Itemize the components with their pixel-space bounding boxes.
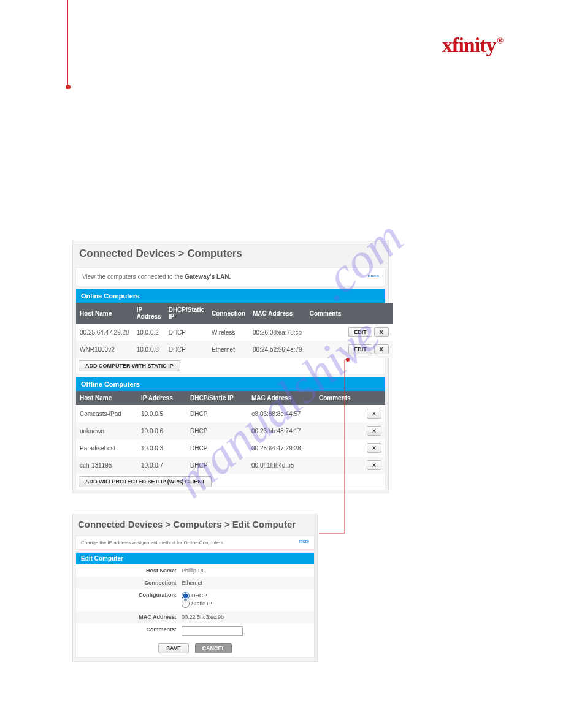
save-button[interactable]: SAVE xyxy=(158,643,189,653)
table-row: ParadiseLost 10.0.0.3 DHCP 00:25:64:47:2… xyxy=(76,439,385,457)
cell-ip: 10.0.0.6 xyxy=(137,422,186,439)
form-row-host: Host Name: Phillip-PC xyxy=(76,564,314,577)
radio-static-label[interactable]: Static IP xyxy=(182,601,212,607)
cell-ip: 10.0.0.5 xyxy=(137,405,186,422)
cell-comments xyxy=(315,422,354,439)
cell-mac: 00:0f:1f:ff:4d:b5 xyxy=(248,457,315,474)
cell-ip: 10.0.0.7 xyxy=(137,457,186,474)
col-ip: IP Address xyxy=(137,391,186,405)
connected-devices-panel: Connected Devices > Computers View the c… xyxy=(72,241,389,493)
cell-dhcp: DHCP xyxy=(186,439,248,457)
cell-host: unknown xyxy=(76,422,137,439)
panel2-more-link[interactable]: more xyxy=(299,539,309,544)
table-row: WNR1000v2 10.0.0.8 DHCP Ethernet 00:24:b… xyxy=(76,341,393,358)
col-dhcp: DHCP/Static IP xyxy=(186,391,248,405)
cell-ip: 10.0.0.3 xyxy=(137,439,186,457)
add-wps-client-button[interactable]: ADD WIFI PROTECTED SETUP (WPS) CLIENT xyxy=(79,476,212,487)
edit-button[interactable]: EDIT xyxy=(348,344,372,354)
conn-value: Ethernet xyxy=(180,580,314,586)
panel2-title: Connected Devices > Computers > Edit Com… xyxy=(73,514,317,536)
cell-host: ParadiseLost xyxy=(76,439,137,457)
config-label: Configuration: xyxy=(76,592,180,608)
delete-button[interactable]: X xyxy=(367,426,381,436)
cell-mac: 00:26:08:ea:78:cb xyxy=(249,324,306,341)
form-row-config: Configuration: DHCP Static IP xyxy=(76,589,314,611)
cell-dhcp: DHCP xyxy=(165,324,208,341)
panel1-title: Connected Devices > Computers xyxy=(73,241,388,267)
radio-static-text: Static IP xyxy=(191,601,212,607)
cell-ip: 10.0.0.2 xyxy=(133,324,165,341)
delete-button[interactable]: X xyxy=(374,327,389,337)
cell-mac: 00:24:b2:56:4e:79 xyxy=(249,341,306,358)
form-row-conn: Connection: Ethernet xyxy=(76,577,314,589)
col-mac: MAC Address xyxy=(249,303,306,324)
form-header: Edit Computer xyxy=(76,553,314,564)
panel1-info-text: View the computers connected to the xyxy=(82,273,185,280)
radio-dhcp[interactable] xyxy=(182,592,190,600)
panel2-info: Change the IP address assignment method … xyxy=(75,536,315,550)
online-table: Host Name IP Address DHCP/Static IP Conn… xyxy=(76,303,393,358)
brand-dot: ® xyxy=(497,36,503,45)
cell-host: Comcasts-iPad xyxy=(76,405,137,422)
offline-header: Offline Computers xyxy=(76,377,385,391)
config-options: DHCP Static IP xyxy=(180,592,314,608)
panel1-info: View the computers connected to the Gate… xyxy=(75,267,386,286)
conn-label: Connection: xyxy=(76,580,180,586)
delete-button[interactable]: X xyxy=(374,344,389,354)
cell-ip: 10.0.0.8 xyxy=(133,341,165,358)
cell-comments xyxy=(315,405,354,422)
delete-button[interactable]: X xyxy=(367,409,381,419)
brand-logo: xfinity® xyxy=(442,34,502,57)
online-head-row: Host Name IP Address DHCP/Static IP Conn… xyxy=(76,303,393,324)
col-ip: IP Address xyxy=(133,303,165,324)
edit-computer-form: Edit Computer Host Name: Phillip-PC Conn… xyxy=(75,552,315,658)
form-button-bar: SAVE CANCEL xyxy=(76,639,314,657)
delete-button[interactable]: X xyxy=(367,443,381,453)
table-row: Comcasts-iPad 10.0.0.5 DHCP e8:06:88:8e:… xyxy=(76,405,385,422)
col-dhcp: DHCP/Static IP xyxy=(165,303,208,324)
cell-host: 00.25.64.47.29.28 xyxy=(76,324,133,341)
cell-comments xyxy=(306,324,345,341)
cancel-button[interactable]: CANCEL xyxy=(195,643,232,653)
add-static-ip-button[interactable]: ADD COMPUTER WITH STATIC IP xyxy=(79,360,180,371)
col-conn: Connection xyxy=(208,303,249,324)
cell-mac: 00:26:bb:48:74:17 xyxy=(248,422,315,439)
radio-dhcp-label[interactable]: DHCP xyxy=(182,593,207,599)
panel2-info-text: Change the IP address assignment method … xyxy=(81,540,224,545)
cell-dhcp: DHCP xyxy=(186,422,248,439)
delete-button[interactable]: X xyxy=(367,460,381,470)
mac-value: 00.22.5f.c3.ec.9b xyxy=(180,614,314,620)
online-section: Online Computers Host Name IP Address DH… xyxy=(75,289,386,374)
form-row-mac: MAC Address: 00.22.5f.c3.ec.9b xyxy=(76,611,314,623)
edit-computer-panel: Connected Devices > Computers > Edit Com… xyxy=(72,514,318,662)
page-margin-bar xyxy=(67,0,68,87)
online-header: Online Computers xyxy=(76,289,385,303)
radio-dhcp-text: DHCP xyxy=(191,593,207,599)
form-row-comments: Comments: xyxy=(76,623,314,639)
cell-comments xyxy=(306,341,345,358)
cell-comments xyxy=(315,457,354,474)
cell-dhcp: DHCP xyxy=(186,405,248,422)
cell-comments xyxy=(315,439,354,457)
cell-dhcp: DHCP xyxy=(165,341,208,358)
comments-input[interactable] xyxy=(182,626,243,636)
col-comments: Comments xyxy=(315,391,354,405)
col-mac: MAC Address xyxy=(248,391,315,405)
col-host: Host Name xyxy=(76,303,133,324)
cell-host: WNR1000v2 xyxy=(76,341,133,358)
table-row: cch-131195 10.0.0.7 DHCP 00:0f:1f:ff:4d:… xyxy=(76,457,385,474)
cell-dhcp: DHCP xyxy=(186,457,248,474)
panel1-more-link[interactable]: more xyxy=(368,273,379,278)
cell-host: cch-131195 xyxy=(76,457,137,474)
radio-static[interactable] xyxy=(182,600,190,608)
table-row: unknown 10.0.0.6 DHCP 00:26:bb:48:74:17 … xyxy=(76,422,385,439)
col-host: Host Name xyxy=(76,391,137,405)
edit-button[interactable]: EDIT xyxy=(348,327,372,337)
offline-section: Offline Computers Host Name IP Address D… xyxy=(75,377,386,490)
offline-head-row: Host Name IP Address DHCP/Static IP MAC … xyxy=(76,391,385,405)
offline-table: Host Name IP Address DHCP/Static IP MAC … xyxy=(76,391,385,474)
host-label: Host Name: xyxy=(76,567,180,574)
comments-label: Comments: xyxy=(76,626,180,636)
host-value: Phillip-PC xyxy=(180,567,314,574)
cell-conn: Wireless xyxy=(208,324,249,341)
